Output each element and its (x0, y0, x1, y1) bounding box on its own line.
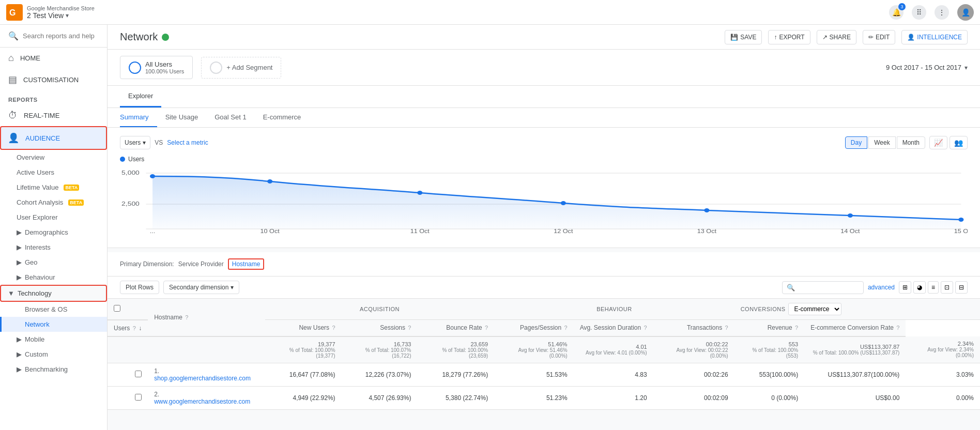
select-all-checkbox[interactable] (114, 305, 120, 312)
td-bounce: 51.23% (494, 386, 573, 409)
td-empty (108, 336, 148, 363)
th-sessions: Sessions ? (342, 320, 418, 336)
tab-summary[interactable]: Summary (120, 108, 157, 127)
chart-point (417, 191, 422, 195)
export-icon: ↑ (774, 34, 777, 41)
export-button[interactable]: ↑ EXPORT (768, 30, 810, 44)
select-metric-link[interactable]: Select a metric (167, 139, 208, 146)
sort-arrow[interactable]: ↓ (139, 325, 142, 332)
intelligence-button[interactable]: 👤 INTELLIGENCE (901, 30, 968, 44)
advanced-link[interactable]: advanced (868, 284, 895, 291)
sidebar-subitem-mobile[interactable]: ▶ Mobile (0, 332, 107, 347)
sidebar-subitem-cohort-analysis[interactable]: Cohort Analysis BETA (0, 195, 107, 210)
sidebar-item-realtime[interactable]: ⏱ REAL-TIME (0, 105, 107, 126)
info-icon[interactable]: ? (185, 314, 188, 320)
svg-text:G: G (9, 8, 16, 17)
sidebar-subitem-interests[interactable]: ▶ Interests (0, 240, 107, 255)
sidebar-subitem-network[interactable]: Network (0, 317, 107, 332)
sidebar-subitem-user-explorer[interactable]: User Explorer (0, 210, 107, 225)
svg-text:13 Oct: 13 Oct (697, 228, 717, 234)
tab-site-usage[interactable]: Site Usage (157, 108, 207, 127)
all-users-segment[interactable]: All Users 100.00% Users (120, 56, 193, 79)
layout: 🔍 ⌂ HOME ▤ CUSTOMISATION Reports ⏱ REAL-… (0, 25, 980, 430)
td-users: 4,949 (22.92%) (265, 386, 342, 409)
pie-view-btn[interactable]: ◕ (913, 281, 926, 294)
sidebar-subitem-behaviour[interactable]: ▶ Behaviour (0, 270, 107, 285)
info-icon[interactable]: ? (725, 325, 728, 331)
table-section: Primary Dimension: Service Provider Host… (108, 252, 980, 410)
share-button[interactable]: ↗ SHARE (817, 30, 856, 44)
page-title: Network (120, 31, 169, 43)
tab-ecommerce[interactable]: E-commerce (255, 108, 310, 127)
time-btn-month[interactable]: Month (897, 136, 925, 149)
grid-view-btn[interactable]: ⊞ (899, 281, 911, 294)
table-search-input[interactable] (797, 284, 859, 291)
list-view-btn[interactable]: ≡ (928, 281, 939, 294)
hostname-link[interactable]: www.googlemerchandisestore.com (154, 398, 250, 405)
chart-section: Users ▾ VS Select a metric Day Week Mont… (108, 128, 980, 248)
td-pages: 1.20 (574, 386, 653, 409)
th-acquisition: Acquisition (265, 299, 494, 320)
save-button[interactable]: 💾 SAVE (725, 30, 762, 44)
sidebar-subitem-active-users[interactable]: Active Users (0, 165, 107, 180)
info-icon[interactable]: ? (332, 325, 335, 331)
sidebar-item-audience[interactable]: 👤 AUDIENCE (0, 126, 107, 150)
add-segment-button[interactable]: + Add Segment (201, 57, 281, 79)
th-transactions: Transactions ? (653, 320, 734, 336)
expand-icon: ▶ (17, 365, 22, 373)
date-range-picker[interactable]: 9 Oct 2017 - 15 Oct 2017 ▾ (886, 64, 968, 71)
sidebar-subitem-overview[interactable]: Overview (0, 150, 107, 165)
info-icon[interactable]: ? (896, 325, 899, 331)
sidebar-subitem-demographics[interactable]: ▶ Demographics (0, 225, 107, 240)
time-btn-day[interactable]: Day (845, 136, 867, 149)
tab-goal-set[interactable]: Goal Set 1 (206, 108, 254, 127)
search-box[interactable]: 🔍 (0, 25, 107, 48)
th-avg-session: Avg. Session Duration ? (574, 320, 653, 336)
time-btn-week[interactable]: Week (868, 136, 895, 149)
dropdown-arrow[interactable]: ▾ (66, 12, 69, 19)
table-search[interactable]: 🔍 (782, 281, 864, 294)
info-icon[interactable]: ? (485, 325, 488, 331)
metric-selector: Users ▾ VS Select a metric (120, 136, 208, 149)
info-icon[interactable]: ? (644, 325, 647, 331)
sidebar-subitem-browser-os[interactable]: Browser & OS (0, 302, 107, 317)
compare-view-btn[interactable]: ⊟ (955, 281, 968, 294)
bar-chart-btn[interactable]: 👥 (950, 136, 968, 149)
info-icon[interactable]: ? (795, 325, 798, 331)
td-hostname: 2. www.googlemerchandisestore.com (148, 386, 265, 409)
row-checkbox[interactable] (135, 371, 142, 377)
notification-icon[interactable]: 🔔 3 (889, 5, 904, 20)
avatar[interactable]: 👤 (957, 4, 974, 21)
realtime-icon: ⏱ (8, 110, 18, 121)
edit-button[interactable]: ✏ EDIT (863, 30, 895, 44)
pivot-view-btn[interactable]: ⊡ (941, 281, 953, 294)
sidebar-subitem-custom[interactable]: ▶ Custom (0, 347, 107, 362)
sidebar-subitem-lifetime-value[interactable]: Lifetime Value BETA (0, 180, 107, 195)
apps-icon[interactable]: ⠿ (912, 5, 926, 20)
line-chart-btn[interactable]: 📈 (929, 136, 947, 149)
sidebar-subitem-geo[interactable]: ▶ Geo (0, 255, 107, 270)
sidebar-item-customisation[interactable]: ▤ CUSTOMISATION (0, 69, 107, 90)
service-provider-link[interactable]: Service Provider (178, 260, 224, 268)
hostname-link[interactable]: Hostname (228, 258, 265, 270)
sidebar-subitem-benchmarking[interactable]: ▶ Benchmarking (0, 362, 107, 377)
sidebar-subitem-technology[interactable]: ▼ Technology (0, 285, 107, 302)
more-icon[interactable]: ⋮ (935, 5, 949, 20)
row-checkbox[interactable] (135, 394, 142, 401)
legend-dot (120, 157, 125, 162)
info-icon[interactable]: ? (564, 325, 568, 331)
ecommerce-select[interactable]: E-commerce (788, 303, 841, 315)
info-icon[interactable]: ? (133, 325, 136, 331)
metric-dropdown[interactable]: Users ▾ (120, 136, 150, 149)
secondary-dimension-button[interactable]: Secondary dimension ▾ (163, 281, 239, 294)
plot-rows-button[interactable]: Plot Rows (120, 281, 159, 294)
save-icon: 💾 (730, 34, 738, 41)
info-icon[interactable]: ? (408, 325, 411, 331)
expand-icon: ▶ (17, 243, 22, 251)
topbar: G Google Merchandise Store 2 Test View ▾… (0, 0, 980, 25)
search-input[interactable] (23, 32, 99, 40)
hostname-link[interactable]: shop.googlemerchandisestore.com (154, 375, 251, 382)
td-empty (148, 336, 265, 363)
tab-explorer[interactable]: Explorer (120, 86, 161, 108)
sidebar-item-home[interactable]: ⌂ HOME (0, 48, 107, 69)
